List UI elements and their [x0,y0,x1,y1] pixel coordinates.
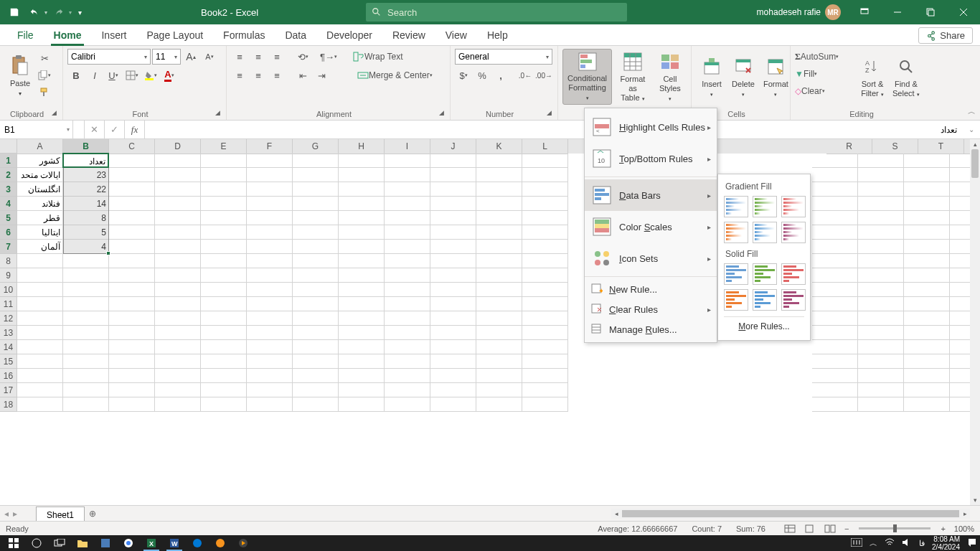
cell-R4[interactable] [812,197,858,211]
ribbon-display-options-icon[interactable] [848,0,881,24]
file-explorer-icon[interactable] [72,535,93,551]
row-header-2[interactable]: 2 [0,168,17,182]
format-as-table-button[interactable]: Format as Table ▾ [612,49,654,105]
cell-B17[interactable] [63,383,109,397]
cell-B6[interactable]: 5 [63,225,109,240]
comma-format-icon[interactable]: , [492,67,509,83]
row-header-17[interactable]: 17 [0,383,17,397]
cell-R5[interactable] [812,211,858,225]
cell-styles-button[interactable]: Cell Styles ▾ [654,49,687,105]
search-box[interactable] [366,3,627,22]
cell-G7[interactable] [293,240,339,254]
zoom-in-icon[interactable]: + [941,524,945,533]
cell-S16[interactable] [858,369,904,383]
cell-H4[interactable] [339,197,385,211]
cell-B11[interactable] [63,297,109,311]
col-header-K[interactable]: K [476,139,522,154]
cell-E18[interactable] [201,397,247,412]
cell-E16[interactable] [201,369,247,383]
cell-I12[interactable] [385,311,430,326]
databar-solid-blue[interactable] [724,263,748,285]
cell-I10[interactable] [385,283,430,297]
share-button[interactable]: Share [918,27,973,44]
cell-G8[interactable] [293,254,339,268]
cell-F3[interactable] [247,182,293,197]
cell-H2[interactable] [339,168,385,182]
cell-R13[interactable] [812,326,858,340]
cell-F1[interactable] [247,154,293,168]
cell-B13[interactable] [63,326,109,340]
cell-J17[interactable] [430,383,476,397]
databar-gradient-orange[interactable] [724,222,748,243]
cell-R15[interactable] [812,354,858,369]
zoom-slider[interactable] [859,527,930,529]
cell-B10[interactable] [63,283,109,297]
cell-L15[interactable] [522,354,568,369]
cell-R3[interactable] [812,182,858,197]
cell-A17[interactable] [17,383,63,397]
cell-S7[interactable] [858,240,904,254]
formula-bar[interactable]: تعداد [145,121,963,138]
cell-B15[interactable] [63,354,109,369]
cell-J1[interactable] [430,154,476,168]
cell-E11[interactable] [201,297,247,311]
autosum-button[interactable]: Σ AutoSum ▾ [795,49,857,65]
notifications-icon[interactable] [967,537,977,549]
cell-D9[interactable] [155,268,201,283]
vscroll-thumb[interactable] [971,149,979,178]
fill-button[interactable]: ▼ Fill ▾ [795,66,857,82]
cell-E6[interactable] [201,225,247,240]
cell-I15[interactable] [385,354,430,369]
clipboard-dialog-icon[interactable]: ◢ [52,109,60,118]
customize-qat-icon[interactable]: ▾ [75,4,85,21]
cell-J10[interactable] [430,283,476,297]
col-header-H[interactable]: H [339,139,385,154]
tab-view[interactable]: View [435,24,477,46]
cell-A5[interactable]: قطر [17,211,63,225]
row-header-7[interactable]: 7 [0,240,17,254]
search-input[interactable] [387,7,603,18]
databar-solid-purple[interactable] [781,289,806,311]
find-select-button[interactable]: Find & Select ▾ [888,49,924,105]
cell-L4[interactable] [522,197,568,211]
cell-L7[interactable] [522,240,568,254]
cell-R8[interactable] [812,254,858,268]
col-header-S[interactable]: S [872,139,918,154]
clock[interactable]: 8:08 AM 2/4/2024 [932,535,960,551]
row-header-16[interactable]: 16 [0,369,17,383]
cell-C8[interactable] [109,254,155,268]
cell-S2[interactable] [858,168,904,182]
cell-D2[interactable] [155,168,201,182]
cell-H3[interactable] [339,182,385,197]
number-format-combo[interactable]: General▾ [455,49,552,65]
align-middle-icon[interactable]: ≡ [250,49,267,65]
menu-icon-sets[interactable]: Icon Sets ▸ [585,242,717,274]
cell-L14[interactable] [522,340,568,354]
save-icon[interactable] [6,4,23,21]
cell-A15[interactable] [17,354,63,369]
cell-C7[interactable] [109,240,155,254]
cell-T17[interactable] [904,383,950,397]
cell-H11[interactable] [339,297,385,311]
chrome-icon[interactable] [118,535,139,551]
cell-F6[interactable] [247,225,293,240]
cell-C3[interactable] [109,182,155,197]
cell-R12[interactable] [812,311,858,326]
hscroll-left-icon[interactable]: ◂ [611,510,621,517]
cell-F10[interactable] [247,283,293,297]
italic-icon[interactable]: I [86,67,103,83]
select-all-corner[interactable] [0,139,17,154]
cell-E5[interactable] [201,211,247,225]
cell-I16[interactable] [385,369,430,383]
cell-K10[interactable] [476,283,522,297]
cell-R1[interactable] [812,154,858,168]
cell-L3[interactable] [522,182,568,197]
cell-S10[interactable] [858,283,904,297]
cell-H12[interactable] [339,311,385,326]
cell-S8[interactable] [858,254,904,268]
name-box[interactable]: B1 ▾ [0,121,73,138]
cell-G15[interactable] [293,354,339,369]
cell-F11[interactable] [247,297,293,311]
horizontal-scrollbar[interactable]: ◂ ▸ [611,509,970,519]
cell-F7[interactable] [247,240,293,254]
